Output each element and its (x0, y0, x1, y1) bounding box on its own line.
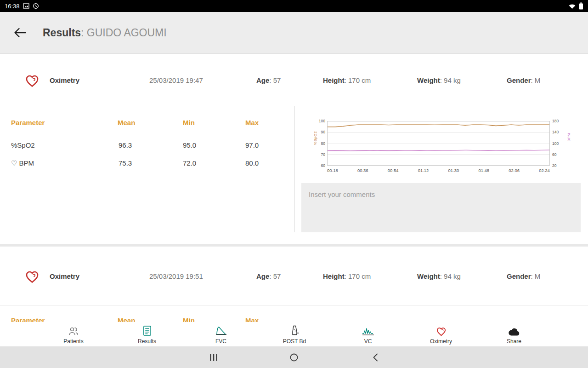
field-value: : 170 cm (345, 76, 371, 84)
fvc-icon (215, 324, 227, 336)
nav-label-oximetry: Oximetry (430, 338, 452, 345)
field-label: Age (256, 272, 269, 280)
status-bar: 16:38 (0, 0, 588, 12)
nav-label-share: Share (507, 338, 521, 345)
y-tick-left: 90 (312, 130, 325, 134)
nav-item-results[interactable]: Results (119, 324, 175, 345)
title-patient-name: : GUIDO AGOUMI (81, 27, 167, 39)
cell-spo2-max: 97.0 (245, 141, 259, 149)
field-value: : 57 (269, 76, 281, 84)
x-tick: 01:12 (418, 168, 429, 173)
field-value: : M (531, 272, 541, 280)
field-label: Gender (507, 76, 531, 84)
field-value: : 170 cm (345, 272, 371, 280)
patients-icon (68, 324, 79, 336)
plot-area (327, 121, 550, 166)
chart-lines (328, 121, 549, 165)
y-tick-left: 70 (312, 152, 325, 157)
cell-bpm-param: ♡ BPM (11, 159, 34, 167)
cell-spo2-min: 95.0 (183, 141, 196, 149)
cell-bpm-mean: 75.3 (119, 159, 132, 167)
y-tick-right: 140 (552, 130, 565, 134)
app-screen: 16:38 Results: GUIDO AGOUMI (0, 0, 588, 368)
status-time: 16:38 (5, 3, 20, 10)
field-label: Age (256, 76, 269, 84)
oximetry-heart-icon (435, 324, 447, 336)
nav-item-vc[interactable]: VC (340, 324, 396, 345)
field-value: : 94 kg (440, 76, 461, 84)
nav-label-postbd: POST Bd (283, 338, 306, 345)
vc-icon (362, 324, 374, 336)
result-card-2[interactable]: Oximetry 25/03/2019 19:51 Age: 57 Height… (0, 247, 588, 305)
x-tick: 00:18 (327, 168, 338, 173)
section-separator (0, 244, 588, 247)
cell-spo2-param: %SpO2 (11, 141, 35, 149)
cell-bpm-max: 80.0 (245, 159, 259, 167)
nav-item-patients[interactable]: Patients (46, 324, 101, 345)
y-tick-right: 100 (552, 141, 565, 146)
post-bd-icon (289, 324, 300, 336)
wifi-icon (568, 3, 576, 9)
col-header-parameter: Parameter (11, 119, 45, 126)
nav-label-patients: Patients (63, 338, 83, 345)
cell-spo2-mean: 96.3 (119, 141, 132, 149)
x-tick: 02:06 (509, 168, 520, 173)
bottom-nav: Patients Results FV (0, 322, 588, 346)
nav-label-results: Results (138, 338, 156, 345)
nav-item-share[interactable]: Share (486, 324, 542, 345)
field-label: Gender (507, 272, 531, 280)
nav-item-fvc[interactable]: FVC (193, 324, 249, 345)
nav-item-oximetry[interactable]: Oximetry (413, 324, 469, 345)
col-header-max: Max (245, 119, 259, 126)
field-value: : M (531, 76, 541, 84)
results-icon (143, 324, 152, 336)
test-type-label: Oximetry (50, 272, 79, 280)
x-axis-labels: 00:18 00:36 00:54 01:12 01:30 01:48 02:0… (327, 168, 550, 173)
share-cloud-icon (508, 324, 520, 336)
x-tick: 01:30 (448, 168, 459, 173)
y-tick-left: 80 (312, 141, 325, 146)
nav-item-postbd[interactable]: POST Bd (267, 324, 322, 345)
weight-field: Weight: 94 kg (417, 272, 461, 280)
col-header-min: Min (183, 119, 195, 126)
test-datetime: 25/03/2019 19:47 (149, 76, 203, 84)
results-table: Parameter Mean Min Max %SpO2 96.3 95.0 9… (0, 106, 294, 232)
nav-label-vc: VC (364, 338, 372, 345)
x-tick: 00:36 (357, 168, 368, 173)
heart-icon (24, 269, 40, 283)
gender-field: Gender: M (507, 76, 540, 84)
field-label: Weight (417, 272, 440, 280)
age-field: Age: 57 (256, 272, 281, 280)
field-value: : 94 kg (440, 272, 461, 280)
recents-button[interactable] (209, 353, 219, 361)
header: Results: GUIDO AGOUMI (0, 12, 588, 54)
comments-input[interactable] (301, 183, 581, 232)
battery-icon (579, 2, 583, 10)
field-value: : 57 (269, 272, 281, 280)
col-header-mean: Mean (118, 119, 135, 126)
field-label: Height (323, 76, 345, 84)
oximetry-chart: %SpO2 BPM 100 90 80 70 60 180 140 100 60… (301, 117, 577, 174)
back-arrow-button[interactable] (14, 28, 26, 38)
y-tick-right: 60 (552, 152, 565, 157)
y-tick-right: 180 (552, 119, 565, 123)
gender-field: Gender: M (507, 272, 540, 280)
nav-label-fvc: FVC (215, 338, 226, 345)
height-field: Height: 170 cm (323, 76, 371, 84)
y-tick-left: 100 (312, 119, 325, 123)
right-axis-label: BPM (567, 133, 571, 142)
heart-icon (24, 73, 40, 87)
result-card-1[interactable]: Oximetry 25/03/2019 19:47 Age: 57 Height… (0, 54, 588, 106)
x-tick: 01:48 (478, 168, 489, 173)
cell-bpm-min: 72.0 (183, 159, 196, 167)
title-section: Results (43, 27, 81, 39)
screenshot-icon (23, 3, 29, 9)
clock-icon (33, 3, 39, 9)
page-title: Results: GUIDO AGOUMI (43, 27, 167, 39)
weight-field: Weight: 94 kg (417, 76, 461, 84)
home-button[interactable] (290, 353, 299, 362)
back-button[interactable] (373, 353, 378, 362)
height-field: Height: 170 cm (323, 272, 371, 280)
field-label: Weight (417, 76, 440, 84)
test-datetime: 25/03/2019 19:51 (149, 272, 203, 280)
